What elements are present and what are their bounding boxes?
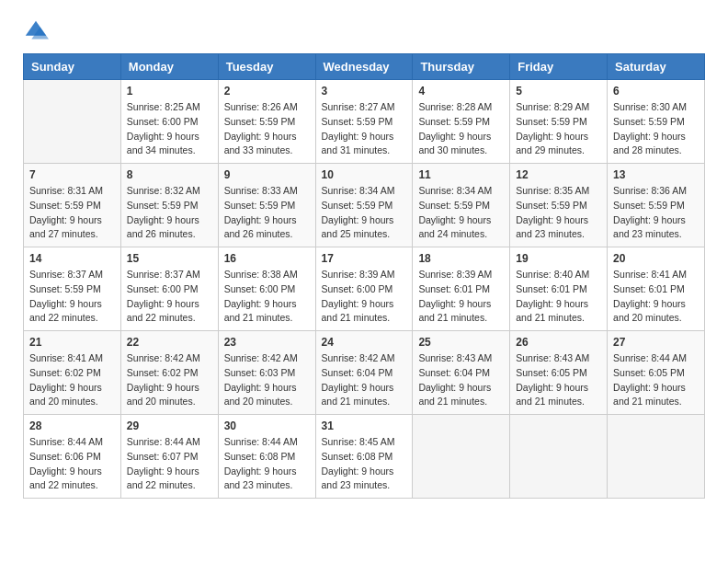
day-info: Sunrise: 8:39 AM Sunset: 6:00 PM Dayligh… [322, 268, 407, 326]
sunset: Sunset: 5:59 PM [127, 200, 199, 211]
day-info: Sunrise: 8:26 AM Sunset: 5:59 PM Dayligh… [224, 100, 310, 158]
day-info: Sunrise: 8:38 AM Sunset: 6:00 PM Dayligh… [224, 268, 310, 326]
sunset: Sunset: 5:59 PM [29, 283, 101, 294]
calendar-cell: 27 Sunrise: 8:44 AM Sunset: 6:05 PM Dayl… [608, 331, 705, 415]
day-number: 17 [322, 252, 407, 265]
calendar-cell: 24 Sunrise: 8:42 AM Sunset: 6:04 PM Dayl… [315, 331, 413, 415]
sunrise: Sunrise: 8:39 AM [418, 269, 492, 280]
day-info: Sunrise: 8:32 AM Sunset: 5:59 PM Dayligh… [127, 184, 212, 242]
calendar-cell [24, 80, 121, 164]
day-number: 8 [127, 168, 212, 181]
sunset: Sunset: 6:02 PM [127, 367, 199, 378]
calendar-cell: 11 Sunrise: 8:34 AM Sunset: 5:59 PM Dayl… [413, 164, 510, 247]
day-number: 3 [322, 85, 407, 98]
daylight: Daylight: 9 hours and 20 minutes. [613, 298, 686, 324]
day-info: Sunrise: 8:33 AM Sunset: 5:59 PM Dayligh… [224, 184, 310, 242]
sunset: Sunset: 5:59 PM [516, 116, 587, 127]
daylight: Daylight: 9 hours and 22 minutes. [29, 298, 102, 324]
day-info: Sunrise: 8:27 AM Sunset: 5:59 PM Dayligh… [322, 100, 407, 158]
calendar-cell: 10 Sunrise: 8:34 AM Sunset: 5:59 PM Dayl… [315, 164, 413, 247]
day-number: 20 [613, 252, 699, 265]
daylight: Daylight: 9 hours and 26 minutes. [224, 214, 297, 240]
calendar-cell: 17 Sunrise: 8:39 AM Sunset: 6:00 PM Dayl… [315, 247, 413, 331]
day-header-thursday: Thursday [413, 54, 510, 80]
sunset: Sunset: 6:04 PM [322, 367, 393, 378]
day-number: 31 [322, 419, 407, 432]
sunset: Sunset: 5:59 PM [224, 200, 296, 211]
daylight: Daylight: 9 hours and 20 minutes. [224, 382, 297, 408]
day-number: 21 [29, 336, 115, 349]
day-info: Sunrise: 8:43 AM Sunset: 6:05 PM Dayligh… [516, 351, 601, 409]
sunrise: Sunrise: 8:34 AM [322, 185, 395, 196]
day-number: 23 [224, 336, 310, 349]
daylight: Daylight: 9 hours and 30 minutes. [418, 131, 491, 156]
calendar-week-3: 14 Sunrise: 8:37 AM Sunset: 5:59 PM Dayl… [24, 247, 705, 331]
day-number: 2 [224, 85, 310, 98]
calendar-cell: 8 Sunrise: 8:32 AM Sunset: 5:59 PM Dayli… [120, 164, 218, 247]
day-info: Sunrise: 8:34 AM Sunset: 5:59 PM Dayligh… [418, 184, 504, 242]
calendar-cell: 15 Sunrise: 8:37 AM Sunset: 6:00 PM Dayl… [120, 247, 218, 331]
day-number: 27 [613, 336, 699, 349]
calendar-cell: 28 Sunrise: 8:44 AM Sunset: 6:06 PM Dayl… [24, 415, 121, 499]
calendar-cell: 21 Sunrise: 8:41 AM Sunset: 6:02 PM Dayl… [24, 331, 121, 415]
calendar-cell: 26 Sunrise: 8:43 AM Sunset: 6:05 PM Dayl… [510, 331, 608, 415]
sunrise: Sunrise: 8:34 AM [418, 185, 492, 196]
day-info: Sunrise: 8:25 AM Sunset: 6:00 PM Dayligh… [127, 100, 212, 158]
sunset: Sunset: 6:01 PM [613, 283, 685, 294]
day-number: 26 [516, 336, 601, 349]
day-header-sunday: Sunday [24, 54, 121, 80]
daylight: Daylight: 9 hours and 22 minutes. [29, 465, 102, 491]
sunset: Sunset: 6:00 PM [224, 283, 296, 294]
calendar-cell: 29 Sunrise: 8:44 AM Sunset: 6:07 PM Dayl… [120, 415, 218, 499]
day-info: Sunrise: 8:41 AM Sunset: 6:01 PM Dayligh… [613, 268, 699, 326]
sunrise: Sunrise: 8:44 AM [127, 436, 200, 447]
day-info: Sunrise: 8:29 AM Sunset: 5:59 PM Dayligh… [516, 100, 601, 158]
calendar-week-5: 28 Sunrise: 8:44 AM Sunset: 6:06 PM Dayl… [24, 415, 705, 499]
day-info: Sunrise: 8:43 AM Sunset: 6:04 PM Dayligh… [418, 351, 504, 409]
calendar-week-4: 21 Sunrise: 8:41 AM Sunset: 6:02 PM Dayl… [24, 331, 705, 415]
calendar-table: SundayMondayTuesdayWednesdayThursdayFrid… [23, 53, 705, 499]
sunrise: Sunrise: 8:43 AM [516, 352, 589, 363]
day-header-tuesday: Tuesday [218, 54, 315, 80]
sunset: Sunset: 6:08 PM [224, 451, 296, 462]
day-info: Sunrise: 8:28 AM Sunset: 5:59 PM Dayligh… [418, 100, 504, 158]
day-info: Sunrise: 8:40 AM Sunset: 6:01 PM Dayligh… [516, 268, 601, 326]
daylight: Daylight: 9 hours and 28 minutes. [613, 131, 686, 156]
daylight: Daylight: 9 hours and 23 minutes. [613, 214, 686, 240]
calendar-cell: 30 Sunrise: 8:44 AM Sunset: 6:08 PM Dayl… [218, 415, 315, 499]
calendar-header-row: SundayMondayTuesdayWednesdayThursdayFrid… [24, 54, 705, 80]
sunset: Sunset: 5:59 PM [29, 200, 101, 211]
sunrise: Sunrise: 8:37 AM [127, 269, 200, 280]
calendar-cell: 9 Sunrise: 8:33 AM Sunset: 5:59 PM Dayli… [218, 164, 315, 247]
day-number: 19 [516, 252, 601, 265]
day-number: 28 [29, 419, 115, 432]
day-header-wednesday: Wednesday [315, 54, 413, 80]
sunset: Sunset: 6:01 PM [516, 283, 587, 294]
daylight: Daylight: 9 hours and 23 minutes. [224, 465, 297, 491]
calendar-cell: 22 Sunrise: 8:42 AM Sunset: 6:02 PM Dayl… [120, 331, 218, 415]
day-number: 30 [224, 419, 310, 432]
calendar-cell: 2 Sunrise: 8:26 AM Sunset: 5:59 PM Dayli… [218, 80, 315, 164]
sunrise: Sunrise: 8:31 AM [29, 185, 103, 196]
sunrise: Sunrise: 8:37 AM [29, 269, 103, 280]
day-header-friday: Friday [510, 54, 608, 80]
sunset: Sunset: 6:00 PM [127, 283, 199, 294]
daylight: Daylight: 9 hours and 22 minutes. [127, 298, 199, 324]
calendar-cell [413, 415, 510, 499]
daylight: Daylight: 9 hours and 29 minutes. [516, 131, 588, 156]
sunset: Sunset: 6:01 PM [418, 283, 490, 294]
calendar-cell [510, 415, 608, 499]
sunset: Sunset: 6:08 PM [322, 451, 393, 462]
sunrise: Sunrise: 8:30 AM [613, 101, 687, 112]
calendar-cell: 23 Sunrise: 8:42 AM Sunset: 6:03 PM Dayl… [218, 331, 315, 415]
day-info: Sunrise: 8:41 AM Sunset: 6:02 PM Dayligh… [29, 351, 115, 409]
calendar-cell: 4 Sunrise: 8:28 AM Sunset: 5:59 PM Dayli… [413, 80, 510, 164]
daylight: Daylight: 9 hours and 31 minutes. [322, 131, 394, 156]
sunrise: Sunrise: 8:27 AM [322, 101, 395, 112]
day-info: Sunrise: 8:44 AM Sunset: 6:07 PM Dayligh… [127, 435, 212, 493]
daylight: Daylight: 9 hours and 25 minutes. [322, 214, 394, 240]
day-number: 13 [613, 168, 699, 181]
sunrise: Sunrise: 8:40 AM [516, 269, 589, 280]
sunrise: Sunrise: 8:44 AM [29, 436, 103, 447]
day-info: Sunrise: 8:42 AM Sunset: 6:04 PM Dayligh… [322, 351, 407, 409]
